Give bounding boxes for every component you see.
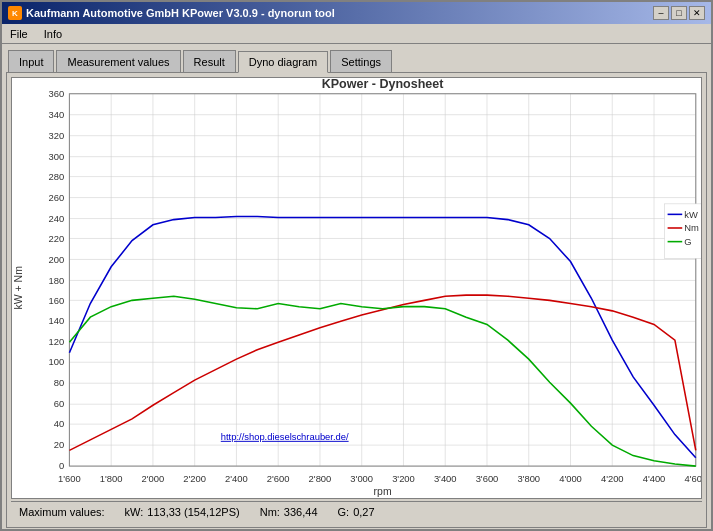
svg-text:2'000: 2'000 (142, 473, 165, 484)
tab-settings[interactable]: Settings (330, 50, 392, 72)
tab-input[interactable]: Input (8, 50, 54, 72)
window-title: Kaufmann Automotive GmbH KPower V3.0.9 -… (26, 7, 335, 19)
nm-label: Nm: (260, 506, 280, 518)
svg-text:G: G (684, 236, 691, 247)
svg-text:kW: kW (684, 208, 698, 219)
svg-text:3'000: 3'000 (350, 473, 373, 484)
title-bar: K Kaufmann Automotive GmbH KPower V3.0.9… (2, 2, 711, 24)
svg-text:4'000: 4'000 (559, 473, 582, 484)
content-area: 0 20 40 60 80 100 120 140 160 180 200 22… (6, 72, 707, 528)
svg-text:4'400: 4'400 (643, 473, 666, 484)
g-value: 0,27 (353, 506, 374, 518)
title-buttons: – □ ✕ (653, 6, 705, 20)
svg-text:1'800: 1'800 (100, 473, 123, 484)
menu-file[interactable]: File (6, 27, 32, 41)
g-label: G: (338, 506, 350, 518)
g-status: G: 0,27 (338, 506, 375, 518)
kw-label: kW: (125, 506, 144, 518)
title-bar-left: K Kaufmann Automotive GmbH KPower V3.0.9… (8, 6, 335, 20)
svg-text:2'400: 2'400 (225, 473, 248, 484)
svg-text:2'200: 2'200 (183, 473, 206, 484)
svg-text:kW + Nm: kW + Nm (13, 266, 24, 310)
svg-text:3'600: 3'600 (476, 473, 499, 484)
svg-text:320: 320 (49, 130, 65, 141)
kw-status: kW: 113,33 (154,12PS) (125, 506, 240, 518)
svg-text:120: 120 (49, 336, 65, 347)
svg-text:0: 0 (59, 460, 64, 471)
svg-text:2'800: 2'800 (309, 473, 332, 484)
svg-text:160: 160 (49, 294, 65, 305)
svg-text:KPower - Dynosheet: KPower - Dynosheet (322, 78, 445, 91)
svg-text:100: 100 (49, 356, 65, 367)
chart-container: 0 20 40 60 80 100 120 140 160 180 200 22… (11, 77, 702, 499)
svg-text:260: 260 (49, 192, 65, 203)
svg-text:80: 80 (54, 377, 64, 388)
close-button[interactable]: ✕ (689, 6, 705, 20)
nm-status: Nm: 336,44 (260, 506, 318, 518)
svg-text:40: 40 (54, 418, 64, 429)
maximize-button[interactable]: □ (671, 6, 687, 20)
app-icon: K (8, 6, 22, 20)
svg-text:180: 180 (49, 275, 65, 286)
svg-text:300: 300 (49, 151, 65, 162)
svg-text:http://shop.dieselschrauber.de: http://shop.dieselschrauber.de/ (221, 431, 349, 442)
status-bar: Maximum values: kW: 113,33 (154,12PS) Nm… (11, 501, 702, 523)
svg-text:2'600: 2'600 (267, 473, 290, 484)
svg-text:3'400: 3'400 (434, 473, 457, 484)
svg-text:3'200: 3'200 (392, 473, 415, 484)
svg-text:200: 200 (49, 254, 65, 265)
svg-text:4'200: 4'200 (601, 473, 624, 484)
tab-measurement[interactable]: Measurement values (56, 50, 180, 72)
svg-text:60: 60 (54, 398, 64, 409)
svg-text:1'600: 1'600 (58, 473, 81, 484)
tab-dyno-diagram[interactable]: Dyno diagram (238, 51, 328, 73)
tab-result[interactable]: Result (183, 50, 236, 72)
tabs-bar: Input Measurement values Result Dyno dia… (2, 44, 711, 72)
svg-text:Nm: Nm (684, 222, 699, 233)
svg-text:20: 20 (54, 439, 64, 450)
svg-text:3'800: 3'800 (517, 473, 540, 484)
svg-text:140: 140 (49, 315, 65, 326)
svg-text:220: 220 (49, 233, 65, 244)
dyno-chart: 0 20 40 60 80 100 120 140 160 180 200 22… (12, 78, 701, 498)
svg-text:280: 280 (49, 171, 65, 182)
max-values-label: Maximum values: (19, 506, 105, 518)
menu-bar: File Info (2, 24, 711, 44)
svg-rect-0 (12, 78, 701, 498)
svg-text:240: 240 (49, 213, 65, 224)
svg-text:4'600: 4'600 (684, 473, 701, 484)
main-window: K Kaufmann Automotive GmbH KPower V3.0.9… (0, 0, 713, 531)
minimize-button[interactable]: – (653, 6, 669, 20)
menu-info[interactable]: Info (40, 27, 66, 41)
svg-text:360: 360 (49, 88, 65, 99)
svg-text:340: 340 (49, 109, 65, 120)
kw-value: 113,33 (154,12PS) (147, 506, 239, 518)
svg-text:rpm: rpm (374, 486, 392, 497)
nm-value: 336,44 (284, 506, 318, 518)
